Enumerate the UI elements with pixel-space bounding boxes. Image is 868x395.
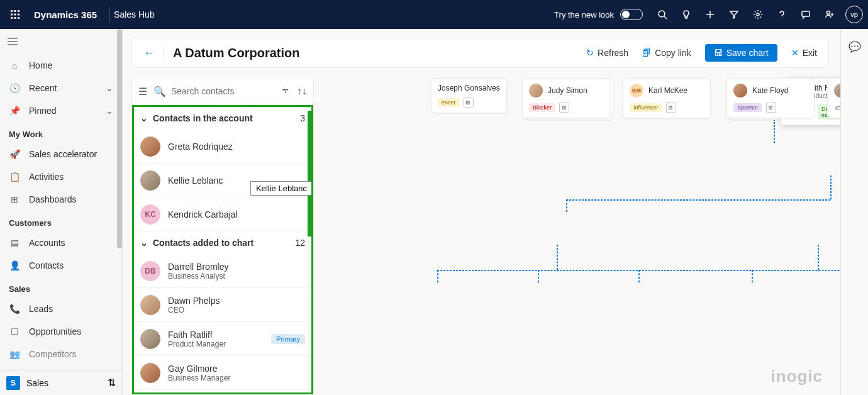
sidebar-item-dashboards[interactable]: ⊞Dashboards	[0, 188, 122, 211]
sidebar-item-pinned[interactable]: 📌Pinned⌄	[0, 99, 122, 122]
sidebar-item-label: Activities	[29, 172, 64, 182]
refresh-icon: ↻	[586, 48, 594, 58]
updown-icon: ⇅	[108, 377, 116, 389]
svg-rect-2	[18, 10, 19, 12]
lightbulb-icon[interactable]	[674, 3, 698, 26]
chart-node[interactable]: KMKarl McKee Influencer🗎	[623, 78, 711, 118]
gear-icon[interactable]	[746, 3, 770, 26]
node-name: Kate Floyd	[752, 86, 788, 95]
contact-role: Product Manager	[168, 340, 226, 348]
chat-icon[interactable]: 💬	[845, 36, 865, 57]
new-look-toggle[interactable]	[620, 9, 643, 20]
node-name: Karl McKee	[648, 86, 687, 95]
node-name: Joseph Gonsalves	[438, 84, 500, 92]
app-label: Sales	[26, 378, 48, 388]
contact-row[interactable]: Gay GilmoreBusiness Manager	[134, 356, 311, 390]
app-icon: S	[6, 376, 20, 390]
contacts-panel: ☰ 🔍 ⫧ ↑↓ ⌄Contacts in the account3 Greta…	[131, 77, 314, 395]
connector	[566, 199, 567, 212]
phone-icon: 📞	[9, 303, 20, 314]
avatar: KC	[140, 204, 160, 225]
section-contacts-added[interactable]: ⌄Contacts added to chart12	[134, 231, 311, 254]
connector	[752, 270, 753, 282]
sidebar-footer[interactable]: S Sales ⇅	[0, 370, 122, 395]
copy-link-button[interactable]: 🗐Copy link	[642, 48, 691, 58]
sidebar-group-sales: Sales	[0, 277, 122, 298]
chat-icon[interactable]	[794, 3, 818, 26]
connector	[818, 245, 819, 270]
pin-icon: 📌	[9, 105, 20, 116]
sidebar-item-label: Dashboards	[29, 194, 77, 204]
sidebar-item-competitors[interactable]: 👥Competitors	[0, 343, 122, 365]
sidebar-group-mywork: My Work	[0, 122, 122, 143]
exit-button[interactable]: ✕Exit	[791, 48, 817, 58]
sidebar-item-accounts[interactable]: ▤Accounts	[0, 231, 122, 254]
contact-row[interactable]: Dawn PhelpsCEO	[134, 288, 311, 322]
doc-icon[interactable]: 🗎	[464, 97, 474, 108]
scrollbar[interactable]	[308, 111, 311, 236]
svg-point-13	[757, 13, 759, 16]
plus-icon[interactable]	[698, 3, 722, 26]
chart-node[interactable]: Judy Simon Blocker🗎	[522, 78, 610, 118]
svg-rect-0	[11, 10, 13, 12]
doc-icon[interactable]: 🗎	[666, 103, 676, 113]
node-name: Judy Simon	[548, 86, 587, 95]
contact-role: Business Analyst	[168, 272, 228, 281]
filter-icon[interactable]: ⫧	[281, 86, 291, 97]
tag-blocker: Blocker	[529, 103, 555, 112]
contact-name: Greta Rodriquez	[168, 142, 233, 152]
save-chart-button[interactable]: 🖫Save chart	[705, 44, 777, 62]
sidebar-item-leads[interactable]: 📞Leads	[0, 298, 122, 320]
avatar	[529, 84, 543, 97]
search-input[interactable]	[171, 86, 274, 96]
avatar	[140, 329, 160, 349]
contact-name: Gay Gilmore	[168, 364, 230, 374]
button-label: Copy link	[655, 48, 691, 58]
contact-row[interactable]: DBDarrell BromleyBusiness Analyst	[134, 254, 311, 288]
sidebar: ⌂Home 🕓Recent⌄ 📌Pinned⌄ My Work 🚀Sales a…	[0, 29, 123, 395]
section-contacts-in-account[interactable]: ⌄Contacts in the account3	[134, 107, 311, 130]
button-label: Refresh	[598, 48, 628, 58]
sidebar-item-contacts[interactable]: 👤Contacts	[0, 254, 122, 277]
sidebar-item-recent[interactable]: 🕓Recent⌄	[0, 77, 122, 99]
chart-node[interactable]: Joseph Gonsalves encer🗎	[431, 78, 507, 113]
sort-icon[interactable]: ↑↓	[297, 86, 307, 97]
sidebar-item-opportunities[interactable]: ☐Opportunities	[0, 320, 122, 343]
svg-rect-5	[18, 14, 19, 16]
user-avatar[interactable]: vp	[845, 6, 863, 23]
app-launcher-icon[interactable]	[5, 4, 25, 25]
chart-node[interactable]: Gracie George 🏷🗎	[827, 78, 840, 118]
back-arrow-icon[interactable]: ←	[143, 47, 155, 60]
contact-row[interactable]: Greta Rodriquez	[134, 130, 311, 164]
sidebar-item-activities[interactable]: 📋Activities	[0, 165, 122, 188]
sidebar-item-label: Leads	[29, 304, 53, 314]
doc-icon[interactable]: 🗎	[559, 103, 569, 113]
sidebar-item-home[interactable]: ⌂Home	[0, 54, 122, 77]
search-icon[interactable]	[650, 3, 674, 26]
svg-point-9	[659, 11, 665, 17]
filter-icon[interactable]	[722, 3, 746, 26]
sidebar-item-sales-accel[interactable]: 🚀Sales accelerator	[0, 143, 122, 165]
contact-row[interactable]: KCKendrick Carbajal	[134, 198, 311, 231]
list-icon: ☐	[9, 326, 20, 337]
contact-row[interactable]: Kellie LeblancKellie Leblanc	[134, 164, 311, 198]
sidebar-toggle[interactable]	[0, 29, 122, 54]
brand-name[interactable]: Dynamics 365	[34, 9, 97, 20]
person-icon[interactable]	[818, 3, 842, 26]
scrollbar[interactable]	[117, 29, 122, 248]
svg-line-10	[664, 16, 667, 19]
connector	[830, 175, 832, 199]
panel-menu-icon[interactable]: ☰	[138, 86, 147, 97]
chart-node[interactable]: Kate Floyd Sponsor🗎	[726, 78, 815, 118]
avatar	[834, 84, 840, 97]
doc-icon[interactable]: 🗎	[766, 103, 776, 113]
search-contacts[interactable]: 🔍	[153, 86, 274, 97]
svg-rect-8	[18, 17, 19, 19]
org-chart-canvas[interactable]: Dawn PhelpsCEO Decision maker🗎 June LowM…	[318, 78, 840, 395]
home-icon: ⌂	[9, 60, 20, 71]
refresh-button[interactable]: ↻Refresh	[586, 48, 628, 58]
right-rail: 💬	[840, 29, 868, 395]
contact-row[interactable]: Faith RatliffProduct ManagerPrimary	[134, 322, 311, 356]
help-icon[interactable]	[770, 3, 794, 26]
sidebar-item-label: Competitors	[29, 349, 76, 359]
